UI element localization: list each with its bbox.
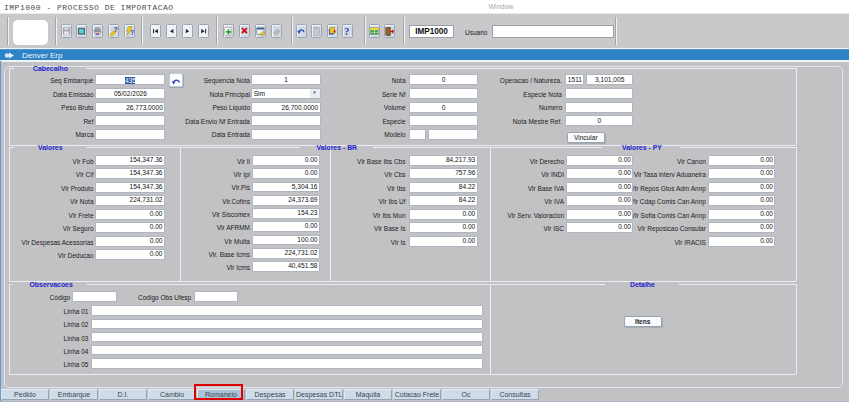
svg-text:?: ? (345, 26, 350, 37)
svg-text:?: ? (130, 29, 134, 36)
svg-text:?: ? (113, 25, 117, 34)
svg-text:*: * (333, 27, 336, 36)
